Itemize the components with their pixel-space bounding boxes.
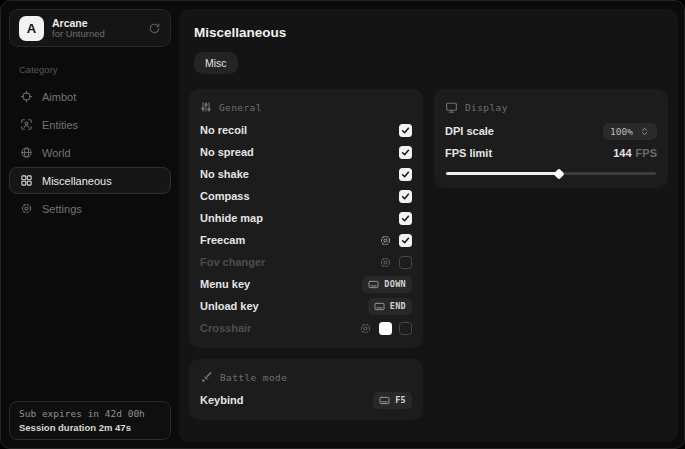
setting-label: No spread <box>200 146 254 158</box>
setting-row-unhide-map: Unhide map <box>200 207 412 229</box>
subscription-expiry-text: Sub expires in 42d 00h <box>19 408 161 419</box>
row-settings-gear-icon[interactable] <box>379 256 392 269</box>
battle-mode-card: Battle mode KeybindF5 <box>189 359 423 420</box>
row-controls <box>399 146 412 159</box>
battle-mode-card-header: Battle mode <box>200 368 412 386</box>
tab-row: Misc <box>194 52 668 74</box>
general-card-title: General <box>219 102 262 113</box>
checkbox-checked[interactable] <box>399 146 412 159</box>
setting-row-unload-key: Unload keyEND <box>200 295 412 317</box>
checkbox-unchecked[interactable] <box>399 256 412 269</box>
setting-row-freecam: Freecam <box>200 229 412 251</box>
right-column: Display DPI scale 100% FPS limit 144FPS <box>434 89 668 188</box>
keyboard-icon <box>368 279 379 290</box>
monitor-icon <box>445 101 458 114</box>
fps-slider-thumb[interactable] <box>554 168 565 179</box>
fps-limit-row: FPS limit 144FPS <box>445 143 657 163</box>
keybind-value: DOWN <box>384 279 406 289</box>
gear-icon <box>20 202 33 215</box>
keybind-value: F5 <box>395 395 406 405</box>
fps-limit-label: FPS limit <box>445 147 492 159</box>
category-label: Category <box>19 64 171 75</box>
globe-icon <box>20 146 33 159</box>
setting-row-keybind: KeybindF5 <box>200 389 412 411</box>
row-settings-gear-icon[interactable] <box>379 234 392 247</box>
general-card: General No recoilNo spreadNo shakeCompas… <box>189 89 423 348</box>
crosshair-icon <box>20 90 33 103</box>
sidebar-item-label: Entities <box>42 119 78 131</box>
app-title: Arcane <box>52 17 105 29</box>
row-controls <box>399 212 412 225</box>
setting-label: Unhide map <box>200 212 263 224</box>
fps-limit-value: 144FPS <box>613 147 657 159</box>
keybind-badge[interactable]: DOWN <box>362 276 412 293</box>
main-panel: Miscellaneous Misc General No recoilNo s… <box>179 9 678 442</box>
setting-label: No shake <box>200 168 249 180</box>
subscription-status-card: Sub expires in 42d 00h Session duration … <box>9 401 171 440</box>
checkbox-checked[interactable] <box>399 190 412 203</box>
fps-slider-fill <box>446 172 559 175</box>
setting-label: Menu key <box>200 278 250 290</box>
keybind-badge[interactable]: END <box>368 298 412 315</box>
keyboard-icon <box>374 301 385 312</box>
fps-number: 144 <box>613 147 631 159</box>
row-controls <box>399 124 412 137</box>
sword-icon <box>200 371 213 384</box>
setting-row-no-shake: No shake <box>200 163 412 185</box>
grid-icon <box>20 174 33 187</box>
setting-row-compass: Compass <box>200 185 412 207</box>
fps-limit-slider[interactable] <box>446 172 656 175</box>
display-card-header: Display <box>445 98 657 116</box>
setting-row-fov-changer: Fov changer <box>200 251 412 273</box>
setting-label: Fov changer <box>200 256 265 268</box>
tab-misc[interactable]: Misc <box>194 52 238 74</box>
keybind-value: END <box>390 301 406 311</box>
sidebar-item-world[interactable]: World <box>9 139 171 166</box>
keyboard-icon <box>379 395 390 406</box>
app-logo: A <box>19 16 44 41</box>
row-controls: DOWN <box>362 276 412 293</box>
page-title: Miscellaneous <box>194 25 668 40</box>
checkbox-unchecked[interactable] <box>399 322 412 335</box>
checkbox-checked[interactable] <box>399 234 412 247</box>
dpi-scale-row: DPI scale 100% <box>445 119 657 143</box>
refresh-icon[interactable] <box>148 22 161 35</box>
sidebar-item-label: Aimbot <box>42 91 76 103</box>
checkbox-checked[interactable] <box>399 212 412 225</box>
display-card-title: Display <box>465 102 508 113</box>
display-card: Display DPI scale 100% FPS limit 144FPS <box>434 89 668 188</box>
setting-label: Compass <box>200 190 250 202</box>
row-settings-gear-icon[interactable] <box>359 322 372 335</box>
dpi-scale-select[interactable]: 100% <box>603 123 657 140</box>
color-swatch[interactable] <box>379 322 392 335</box>
sidebar-item-entities[interactable]: Entities <box>9 111 171 138</box>
setting-label: Freecam <box>200 234 245 246</box>
checkbox-checked[interactable] <box>399 168 412 181</box>
app-window: A Arcane for Unturned Category AimbotEnt… <box>0 0 685 449</box>
setting-row-menu-key: Menu keyDOWN <box>200 273 412 295</box>
sidebar-item-settings[interactable]: Settings <box>9 195 171 222</box>
fps-unit: FPS <box>636 147 657 159</box>
sidebar-item-miscellaneous[interactable]: Miscellaneous <box>9 167 171 194</box>
setting-label: Keybind <box>200 394 243 406</box>
sidebar-item-label: Settings <box>42 203 82 215</box>
sliders-icon <box>200 101 212 113</box>
setting-row-no-spread: No spread <box>200 141 412 163</box>
sidebar-item-label: Miscellaneous <box>42 175 112 187</box>
general-rows: No recoilNo spreadNo shakeCompassUnhide … <box>200 119 412 339</box>
general-card-header: General <box>200 98 412 116</box>
row-controls: END <box>368 298 412 315</box>
checkbox-checked[interactable] <box>399 124 412 137</box>
chevron-up-down-icon <box>639 126 650 137</box>
setting-label: Crosshair <box>200 322 251 334</box>
keybind-badge[interactable]: F5 <box>373 392 412 409</box>
battle-mode-card-title: Battle mode <box>220 372 287 383</box>
battle-mode-rows: KeybindF5 <box>200 389 412 411</box>
row-controls <box>399 168 412 181</box>
sidebar-item-aimbot[interactable]: Aimbot <box>9 83 171 110</box>
sidebar: A Arcane for Unturned Category AimbotEnt… <box>1 1 179 448</box>
row-controls: F5 <box>373 392 412 409</box>
setting-row-crosshair: Crosshair <box>200 317 412 339</box>
setting-label: No recoil <box>200 124 247 136</box>
app-subtitle: for Unturned <box>52 29 105 40</box>
